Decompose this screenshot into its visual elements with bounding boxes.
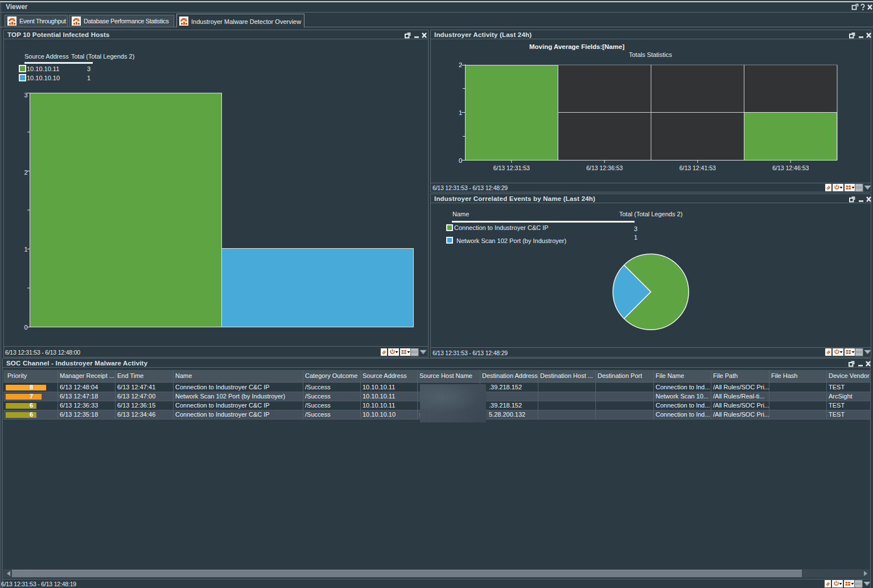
svg-text:6/13 12:36:53: 6/13 12:36:53: [586, 165, 623, 171]
svg-text:0: 0: [24, 324, 27, 331]
svg-text:6/13 12:46:53: 6/13 12:46:53: [772, 165, 809, 171]
svg-text:2: 2: [459, 61, 462, 68]
svg-text:0: 0: [459, 157, 462, 164]
svg-text:1: 1: [459, 109, 462, 116]
svg-text:6/13 12:31:53: 6/13 12:31:53: [493, 165, 530, 171]
svg-text:2: 2: [24, 169, 27, 176]
svg-text:3: 3: [24, 92, 27, 98]
svg-text:1: 1: [24, 246, 27, 253]
svg-text:6/13 12:41:53: 6/13 12:41:53: [680, 165, 716, 171]
